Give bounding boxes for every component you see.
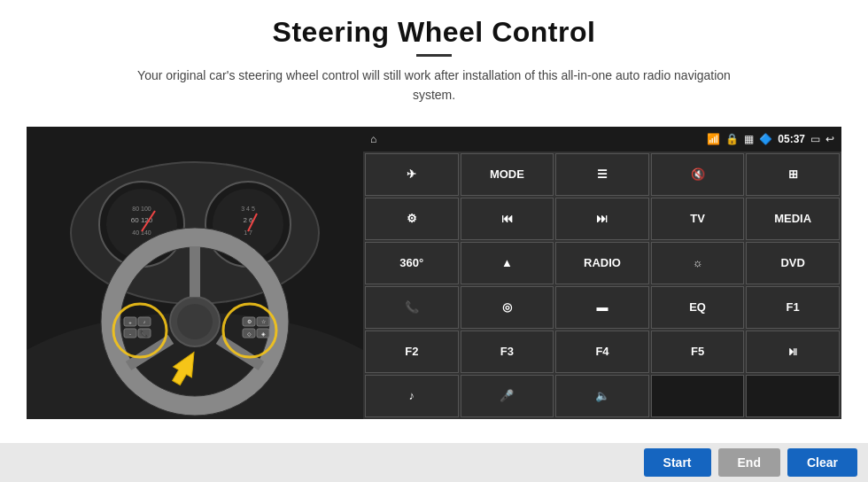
bluetooth-icon: 🔷 [759,133,772,145]
svg-text:◇: ◇ [247,331,252,337]
home-status-icon: ⌂ [370,133,376,145]
f4-btn[interactable]: F4 [555,330,649,373]
f5-btn[interactable]: F5 [651,330,745,373]
page-title: Steering Wheel Control [124,16,744,49]
empty2 [746,375,840,417]
navigate-btn[interactable]: ✈ [365,153,459,196]
clear-button[interactable]: Clear [787,448,857,477]
svg-text:-: - [129,331,131,337]
android-panel: ⌂ 📶 🔒 ▦ 🔷 05:37 ▭ ↩ ✈MODE☰🔇⊞⚙⏮⏭TVMEDIA36… [363,127,841,419]
screen-icon: ▭ [810,133,820,145]
camera360-btn[interactable]: 360° [365,242,459,284]
content-row: 80 100 60 120 40 140 3 4 5 2 6 1 7 [27,127,841,419]
settings-btn[interactable]: ⚙ [365,198,459,240]
title-section: Steering Wheel Control Your original car… [124,16,744,118]
svg-point-19 [177,304,213,339]
back-icon: ↩ [825,133,834,145]
svg-text:3  4  5: 3 4 5 [241,206,255,212]
eq-btn[interactable]: EQ [651,286,745,329]
prev-btn[interactable]: ⏮ [461,198,554,240]
playpause-btn[interactable]: ⏯ [746,330,840,373]
wifi-icon: 📶 [707,133,720,145]
radio-btn[interactable]: RADIO [555,242,649,284]
sim-icon: ▦ [744,133,754,145]
f3-btn[interactable]: F3 [461,330,554,373]
title-divider [416,54,452,57]
bottom-buttons-bar: Start End Clear [0,443,868,482]
end-button[interactable]: End [718,448,780,477]
start-button[interactable]: Start [644,448,711,477]
svg-text:☆: ☆ [261,319,266,324]
button-grid: ✈MODE☰🔇⊞⚙⏮⏭TVMEDIA360°▲RADIO☼DVD📞◎▬EQF1F… [363,152,841,419]
svg-text:⚙: ⚙ [247,319,252,324]
time-display: 05:37 [778,133,805,145]
volume-call-btn[interactable]: 🔈 [555,375,649,417]
brightness-btn[interactable]: ☼ [651,242,745,284]
phone-btn[interactable]: 📞 [365,286,459,329]
svg-text:+: + [128,320,132,325]
music-btn[interactable]: ♪ [365,375,459,417]
dvd-btn[interactable]: DVD [746,242,840,284]
list-btn[interactable]: ☰ [555,153,649,196]
mic-btn[interactable]: 🎤 [461,375,554,417]
next-btn[interactable]: ⏭ [555,198,649,240]
tv-btn[interactable]: TV [651,198,745,240]
apps-btn[interactable]: ⊞ [746,153,840,196]
f1-btn[interactable]: F1 [746,286,840,329]
page-container: Steering Wheel Control Your original car… [0,0,868,482]
page-subtitle: Your original car's steering wheel contr… [124,66,744,105]
status-left: ⌂ [370,133,376,145]
status-bar: ⌂ 📶 🔒 ▦ 🔷 05:37 ▭ ↩ [363,127,841,152]
media-btn[interactable]: MEDIA [746,198,840,240]
svg-text:80 100: 80 100 [132,206,151,212]
rotate-btn[interactable]: ◎ [461,286,554,329]
mute-btn[interactable]: 🔇 [651,153,745,196]
svg-text:📞: 📞 [140,329,149,338]
eject-btn[interactable]: ▲ [461,242,554,284]
status-right: 📶 🔒 ▦ 🔷 05:37 ▭ ↩ [707,133,834,145]
f2-btn[interactable]: F2 [365,330,459,373]
mode-btn[interactable]: MODE [461,153,554,196]
empty1 [651,375,745,417]
screen-btn[interactable]: ▬ [555,286,649,329]
lock-icon: 🔒 [725,133,739,145]
steering-wheel-image: 80 100 60 120 40 140 3 4 5 2 6 1 7 [27,127,363,419]
svg-text:◈: ◈ [261,331,266,337]
